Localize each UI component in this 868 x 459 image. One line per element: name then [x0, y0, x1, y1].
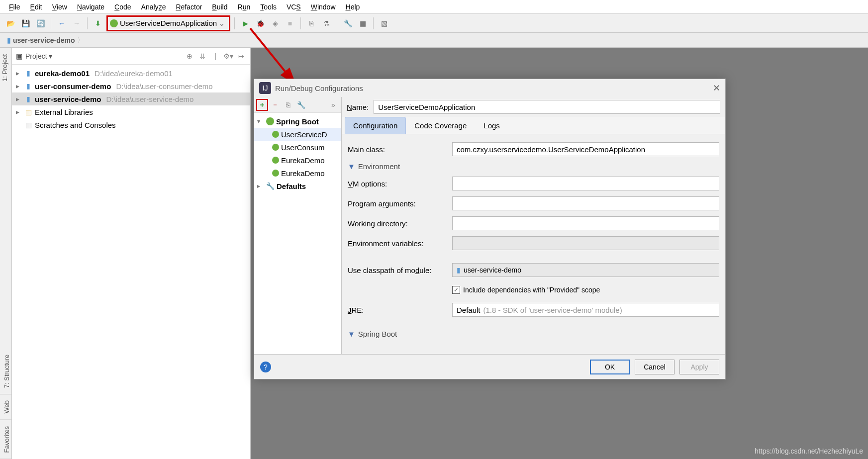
- environment-section[interactable]: ▼ Environment: [348, 162, 719, 171]
- project-structure-icon[interactable]: ▦: [356, 17, 369, 30]
- program-args-input[interactable]: [452, 196, 719, 210]
- debug-icon[interactable]: 🐞: [254, 17, 267, 30]
- tree-label: user-service-demo: [35, 95, 101, 103]
- tree-node-user-service-demo[interactable]: ▸ ▮ user-service-demo D:\idea\user-servi…: [12, 92, 250, 105]
- main-toolbar: 📂 💾 🔄 ← → ⬇ UserServiceDemoApplication ⌄…: [0, 14, 868, 33]
- tree-label: Spring Boot: [276, 117, 319, 126]
- ok-button[interactable]: OK: [590, 360, 630, 374]
- folder-icon: ▮: [457, 266, 461, 274]
- edit-defaults-button[interactable]: 🔧: [295, 99, 307, 111]
- config-detail-panel: Name: Configuration Code Coverage Logs M…: [342, 97, 725, 354]
- jre-value: Default: [457, 306, 481, 314]
- cancel-button[interactable]: Cancel: [635, 360, 675, 374]
- menu-view[interactable]: View: [47, 1, 72, 12]
- sdk-icon[interactable]: ▧: [378, 17, 390, 30]
- tree-item-user-consumer[interactable]: UserConsum: [254, 141, 341, 154]
- springboot-section[interactable]: ▼ Spring Boot: [348, 330, 719, 338]
- dialog-title-bar[interactable]: IJ Run/Debug Configurations ✕: [254, 79, 725, 97]
- tree-item-user-service[interactable]: UserServiceD: [254, 128, 341, 141]
- working-dir-label: Working directory:: [348, 219, 447, 228]
- tree-item-eureka-1[interactable]: EurekaDemo: [254, 154, 341, 167]
- tree-node-external-libraries[interactable]: ▸ ▥ External Libraries: [12, 105, 250, 118]
- menu-analyze[interactable]: Analyze: [136, 1, 171, 12]
- project-panel-title[interactable]: Project ▾: [25, 52, 52, 60]
- separator: |: [210, 52, 220, 60]
- menu-edit[interactable]: Edit: [25, 1, 47, 12]
- menu-code[interactable]: Code: [109, 1, 136, 12]
- tab-web[interactable]: Web: [0, 394, 11, 420]
- tree-spring-boot[interactable]: ▾ Spring Boot: [254, 115, 341, 128]
- tree-node-scratches[interactable]: ▦ Scratches and Consoles: [12, 118, 250, 131]
- profile-icon[interactable]: ⚗: [320, 17, 333, 30]
- menu-vcs[interactable]: VCS: [282, 1, 306, 12]
- env-vars-input[interactable]: [452, 236, 719, 250]
- tab-structure[interactable]: 7: Structure: [0, 349, 11, 394]
- tree-item-eureka-2[interactable]: EurekaDemo: [254, 167, 341, 180]
- expand-arrow-icon[interactable]: ▸: [16, 69, 22, 77]
- classpath-module-select[interactable]: ▮ user-service-demo: [452, 263, 719, 277]
- folder-icon: ▮: [24, 82, 33, 90]
- attach-icon[interactable]: ⎘: [305, 17, 318, 30]
- config-list-panel: ＋ － ⎘ 🔧 » ▾ Spring Boot UserServiceD: [254, 97, 342, 354]
- menu-refactor[interactable]: Refactor: [171, 1, 207, 12]
- menu-help[interactable]: Help: [341, 1, 365, 12]
- config-list-toolbar: ＋ － ⎘ 🔧 »: [254, 97, 341, 113]
- triangle-down-icon: ▼: [348, 162, 355, 171]
- menu-file[interactable]: File: [4, 1, 25, 12]
- run-config-selector[interactable]: UserServiceDemoApplication ⌄: [106, 15, 230, 31]
- tab-favorites[interactable]: Favorites: [0, 420, 11, 459]
- project-panel-header: ▣ Project ▾ ⊕ ⇊ | ⚙▾ ↦: [12, 48, 250, 65]
- stop-icon[interactable]: ■: [284, 17, 296, 30]
- checkbox-label: Include dependencies with "Provided" sco…: [463, 286, 600, 294]
- more-icon[interactable]: »: [327, 99, 339, 111]
- gear-icon[interactable]: ⚙▾: [223, 52, 233, 60]
- sync-icon[interactable]: 🔄: [34, 17, 47, 30]
- copy-config-button[interactable]: ⎘: [282, 99, 294, 111]
- vm-options-input[interactable]: [452, 177, 719, 190]
- config-tree: ▾ Spring Boot UserServiceD UserConsum Eu…: [254, 113, 341, 354]
- working-dir-input[interactable]: [452, 216, 719, 230]
- separator: [87, 17, 88, 29]
- menu-navigate[interactable]: Navigate: [72, 1, 109, 12]
- expand-arrow-icon[interactable]: ▸: [16, 95, 22, 103]
- menu-run[interactable]: Run: [233, 1, 256, 12]
- run-icon[interactable]: ▶: [239, 17, 252, 30]
- menu-build[interactable]: Build: [207, 1, 232, 12]
- expand-arrow-icon[interactable]: ▸: [16, 108, 22, 116]
- vm-options-label: VM options:: [348, 180, 447, 188]
- open-icon[interactable]: 📂: [4, 17, 17, 30]
- expand-arrow-icon[interactable]: ▸: [16, 82, 22, 90]
- close-icon[interactable]: ✕: [713, 83, 720, 93]
- expand-arrow-icon[interactable]: ▸: [257, 183, 264, 189]
- coverage-icon[interactable]: ◈: [269, 17, 282, 30]
- tree-defaults[interactable]: ▸ 🔧 Defaults: [254, 180, 341, 192]
- watermark: https://blog.csdn.net/HezhezhiyuLe: [755, 447, 863, 455]
- config-name-input[interactable]: [374, 100, 720, 114]
- target-icon[interactable]: ⊕: [185, 52, 194, 60]
- forward-icon[interactable]: →: [70, 17, 83, 30]
- tab-project[interactable]: 1: Project: [0, 48, 9, 88]
- include-provided-checkbox[interactable]: ✓ Include dependencies with "Provided" s…: [452, 286, 600, 294]
- tab-logs[interactable]: Logs: [475, 117, 508, 134]
- back-icon[interactable]: ←: [55, 17, 68, 30]
- main-class-input[interactable]: [452, 142, 719, 156]
- env-vars-label: Environment variables:: [348, 239, 447, 248]
- tab-code-coverage[interactable]: Code Coverage: [406, 117, 475, 134]
- help-icon[interactable]: ?: [260, 362, 271, 372]
- save-icon[interactable]: 💾: [19, 17, 32, 30]
- menu-tools[interactable]: Tools: [255, 1, 282, 12]
- settings-icon[interactable]: 🔧: [341, 17, 354, 30]
- collapse-icon[interactable]: ⇊: [197, 52, 207, 60]
- jre-select[interactable]: Default (1.8 - SDK of 'user-service-demo…: [452, 303, 719, 317]
- tree-node-eureka-demo01[interactable]: ▸ ▮ eureka-demo01 D:\idea\eureka-demo01: [12, 67, 250, 80]
- add-config-button[interactable]: ＋: [256, 99, 268, 111]
- project-tree: ▸ ▮ eureka-demo01 D:\idea\eureka-demo01 …: [12, 65, 250, 459]
- tree-node-user-consumer-demo[interactable]: ▸ ▮ user-consumer-demo D:\idea\user-cons…: [12, 80, 250, 92]
- menu-window[interactable]: Window: [306, 1, 341, 12]
- update-down-icon[interactable]: ⬇: [92, 17, 104, 30]
- collapse-arrow-icon[interactable]: ▾: [257, 118, 264, 125]
- breadcrumb[interactable]: ▮ user-service-demo 〉: [4, 35, 87, 46]
- hide-icon[interactable]: ↦: [236, 52, 246, 60]
- tab-configuration[interactable]: Configuration: [345, 117, 406, 134]
- remove-config-button[interactable]: －: [269, 99, 281, 111]
